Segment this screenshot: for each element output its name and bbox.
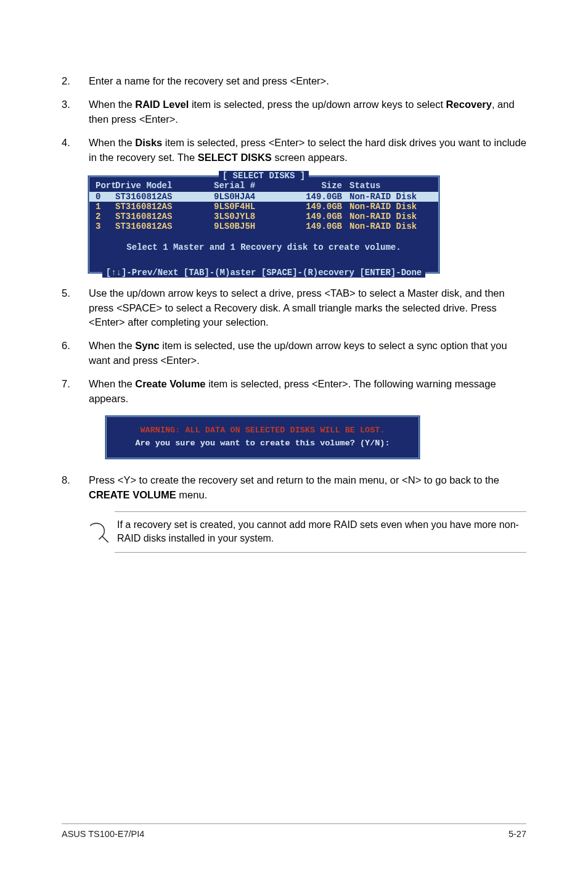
step-6: 6. When the Sync item is selected, use t…	[62, 339, 526, 368]
step-5-num: 5.	[62, 286, 89, 331]
step-7-num: 7.	[62, 377, 89, 406]
select-disks-screenshot: [ SELECT DISKS ] Port Drive Model Serial…	[88, 175, 526, 274]
bios-row: 2 ST3160812AS 3LS0JYL8 149.0GB Non-RAID …	[89, 212, 438, 221]
bios-footer: [↑↓]-Prev/Next [TAB]-(M)aster [SPACE]-(R…	[102, 268, 425, 278]
step-4-body: When the Disks item is selected, press <…	[89, 136, 526, 165]
note-block: If a recovery set is created, you cannot…	[88, 511, 526, 553]
step-7-body: When the Create Volume item is selected,…	[89, 377, 526, 406]
footer-left: ASUS TS100-E7/PI4	[62, 829, 144, 839]
step-6-body: When the Sync item is selected, use the …	[89, 339, 526, 368]
note-icon	[88, 517, 115, 547]
footer-right: 5-27	[508, 829, 526, 839]
step-4-num: 4.	[62, 136, 89, 165]
step-8-num: 8.	[62, 473, 89, 503]
step-2-body: Enter a name for the recovery set and pr…	[89, 74, 526, 89]
step-3-body: When the RAID Level item is selected, pr…	[89, 97, 526, 127]
note-text: If a recovery set is created, you cannot…	[115, 511, 526, 553]
step-7: 7. When the Create Volume item is select…	[62, 377, 526, 406]
step-4: 4. When the Disks item is selected, pres…	[62, 136, 526, 165]
step-8-body: Press <Y> to create the recovery set and…	[89, 473, 526, 503]
bios-header-row: Port Drive Model Serial # Size Status	[89, 179, 438, 192]
step-3: 3. When the RAID Level item is selected,…	[62, 97, 526, 127]
step-5: 5. Use the up/down arrow keys to select …	[62, 286, 526, 331]
bios-title: [ SELECT DISKS ]	[219, 171, 309, 181]
bios-row: 1 ST3160812AS 9LS0F4HL 149.0GB Non-RAID …	[89, 202, 438, 212]
step-2-num: 2.	[62, 74, 89, 89]
step-5-body: Use the up/down arrow keys to select a d…	[89, 286, 526, 331]
bios-hint: Select 1 Master and 1 Recovery disk to c…	[89, 231, 438, 262]
step-6-num: 6.	[62, 339, 89, 368]
warning-screenshot: WARNING: ALL DATA ON SELECTED DISKS WILL…	[105, 415, 526, 460]
step-3-num: 3.	[62, 97, 89, 127]
warning-line1: WARNING: ALL DATA ON SELECTED DISKS WILL…	[113, 426, 412, 435]
step-8: 8. Press <Y> to create the recovery set …	[62, 473, 526, 503]
page-footer: ASUS TS100-E7/PI4 5-27	[62, 823, 526, 839]
bios-row: 0 ST3160812AS 9LS0HJA4 149.0GB Non-RAID …	[89, 192, 438, 202]
step-2: 2. Enter a name for the recovery set and…	[62, 74, 526, 89]
bios-row: 3 ST3160812AS 9LS0BJ5H 149.0GB Non-RAID …	[89, 221, 438, 231]
warning-line2: Are you sure you want to create this vol…	[113, 439, 412, 448]
